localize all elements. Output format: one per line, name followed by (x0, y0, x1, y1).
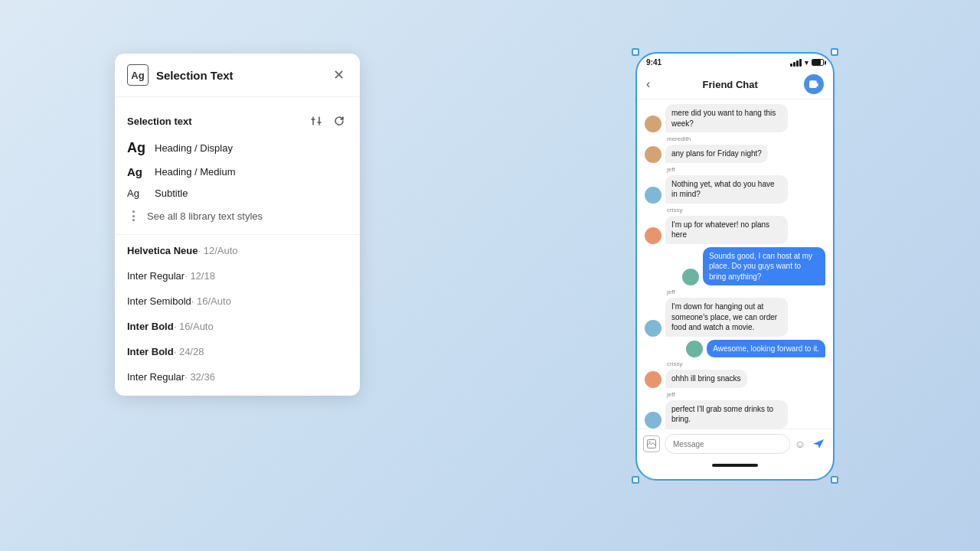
selection-text-panel: Ag Selection Text ✕ Selection text (115, 54, 360, 396)
font-item-0[interactable]: Helvetica Neue · 12/Auto (115, 238, 360, 263)
avatar-me-7 (686, 341, 703, 357)
avatar-jeff-6 (645, 320, 662, 337)
avatar-crissy-8 (645, 371, 662, 388)
message-row-4: crissy I'm up for whatever! no plans her… (645, 207, 825, 244)
style-name-heading-display: Heading / Display (155, 142, 233, 154)
message-row-5: Sounds good, I can host at my place. Do … (645, 247, 825, 286)
msg-bubble-6: I'm down for hanging out at someone's pl… (665, 298, 788, 337)
msg-sender-8: crissy (665, 360, 747, 367)
refresh-icon[interactable] (331, 112, 348, 129)
handle-top-left[interactable] (632, 48, 639, 56)
font-name-1: Inter Regular (127, 270, 185, 282)
msg-group-3: jeff Nothing yet, what do you have in mi… (665, 166, 788, 204)
msg-sender-2: meredith (665, 135, 768, 142)
msg-sender-9: jeff (665, 391, 788, 398)
section-title: Selection text (127, 116, 192, 127)
font-name-4: Inter Bold (127, 346, 174, 357)
font-spec-5: · 32/36 (185, 371, 215, 383)
more-dots-icon (127, 210, 139, 222)
section-header: Selection text (115, 103, 360, 135)
battery-icon (812, 59, 824, 66)
chat-messages: mere did you want to hang this week? mer… (637, 99, 833, 429)
video-call-button[interactable] (804, 74, 824, 94)
msg-bubble-9: perfect I'll grab some drinks to bring. (665, 400, 788, 429)
adjust-icon[interactable] (308, 112, 325, 129)
msg-group-6: jeff I'm down for hanging out at someone… (665, 289, 788, 337)
see-all-label: See all 8 library text styles (147, 210, 263, 222)
font-spec-4: · 24/28 (174, 346, 204, 357)
send-button[interactable] (810, 435, 827, 452)
handle-bottom-right[interactable] (831, 476, 838, 484)
handle-top-right[interactable] (831, 48, 838, 56)
font-item-3[interactable]: Inter Bold · 16/Auto (115, 314, 360, 339)
chat-input-bar: ☺ (637, 429, 833, 458)
msg-group-7: Awesome, looking forward to it. (707, 340, 825, 358)
message-row-2: meredith any plans for Friday night? (645, 135, 825, 163)
home-bar (712, 464, 758, 467)
back-button[interactable]: ‹ (646, 77, 650, 91)
status-right: ▾ (790, 59, 824, 67)
close-button[interactable]: ✕ (329, 66, 348, 84)
message-row-3: jeff Nothing yet, what do you have in mi… (645, 166, 825, 204)
msg-sender-6: jeff (665, 289, 788, 295)
font-spec-3: · 16/Auto (174, 321, 214, 332)
see-all-styles-row[interactable]: See all 8 library text styles (115, 204, 360, 231)
signal-icon (790, 59, 802, 67)
font-item-2[interactable]: Inter Semibold · 16/Auto (115, 289, 360, 314)
font-spec-0: · 12/Auto (198, 245, 238, 256)
home-indicator (637, 458, 833, 472)
message-row-6: jeff I'm down for hanging out at someone… (645, 289, 825, 337)
style-name-subtitle: Subtitle (155, 187, 188, 199)
svg-point-5 (649, 442, 651, 443)
msg-group-4: crissy I'm up for whatever! no plans her… (665, 207, 788, 244)
font-name-2: Inter Semibold (127, 295, 191, 307)
msg-bubble-5: Sounds good, I can host at my place. Do … (703, 247, 825, 286)
msg-bubble-1: mere did you want to hang this week? (665, 104, 788, 132)
status-time: 9:41 (646, 58, 662, 67)
style-item-subtitle[interactable]: Ag Subtitle (115, 183, 360, 204)
wifi-icon: ▾ (805, 59, 808, 67)
message-row-9: jeff perfect I'll grab some drinks to br… (645, 391, 825, 429)
style-item-heading-medium[interactable]: Ag Heading / Medium (115, 161, 360, 183)
avatar-jeff-9 (645, 412, 662, 429)
font-item-1[interactable]: Inter Regular · 12/18 (115, 263, 360, 289)
msg-group-1: mere did you want to hang this week? (665, 104, 788, 132)
style-name-heading-medium: Heading / Medium (155, 166, 236, 178)
handle-bottom-left[interactable] (632, 476, 639, 484)
msg-group-2: meredith any plans for Friday night? (665, 135, 768, 163)
section-actions (308, 112, 348, 129)
image-button[interactable] (643, 435, 660, 452)
style-ag-subtitle: Ag (127, 187, 145, 199)
msg-sender-4: crissy (665, 207, 788, 214)
avatar-meredith-2 (645, 146, 662, 163)
msg-group-8: crissy ohhh ill bring snacks (665, 360, 747, 388)
emoji-button[interactable]: ☺ (795, 438, 805, 450)
panel-body: Selection text Ag (115, 97, 360, 396)
msg-bubble-8: ohhh ill bring snacks (665, 370, 747, 388)
message-input[interactable] (665, 434, 790, 454)
msg-bubble-3: Nothing yet, what do you have in mind? (665, 175, 788, 204)
panel-header: Ag Selection Text ✕ (115, 54, 360, 97)
msg-bubble-7: Awesome, looking forward to it. (707, 340, 825, 358)
font-name-5: Inter Regular (127, 371, 185, 383)
avatar-crissy-4 (645, 227, 662, 244)
avatar-jeff-3 (645, 187, 662, 204)
font-item-4[interactable]: Inter Bold · 24/28 (115, 339, 360, 364)
message-row-1: mere did you want to hang this week? (645, 104, 825, 132)
font-item-5[interactable]: Inter Regular · 32/36 (115, 364, 360, 390)
msg-group-9: jeff perfect I'll grab some drinks to br… (665, 391, 788, 429)
avatar-me-5 (682, 269, 699, 285)
style-ag-display: Ag (127, 140, 145, 156)
divider (115, 234, 360, 235)
font-spec-1: · 12/18 (185, 270, 215, 282)
msg-bubble-4: I'm up for whatever! no plans here (665, 216, 788, 244)
mobile-frame: 9:41 ▾ ‹ Friend Chat (635, 52, 835, 481)
msg-bubble-2: any plans for Friday night? (665, 145, 768, 163)
msg-group-5: Sounds good, I can host at my place. Do … (703, 247, 825, 286)
panel-icon: Ag (127, 64, 149, 86)
style-item-heading-display[interactable]: Ag Heading / Display (115, 135, 360, 161)
font-name-3: Inter Bold (127, 321, 174, 332)
panel-title: Selection Text (156, 69, 322, 82)
font-spec-2: · 16/Auto (191, 295, 231, 307)
avatar-meredith-1 (645, 116, 662, 132)
